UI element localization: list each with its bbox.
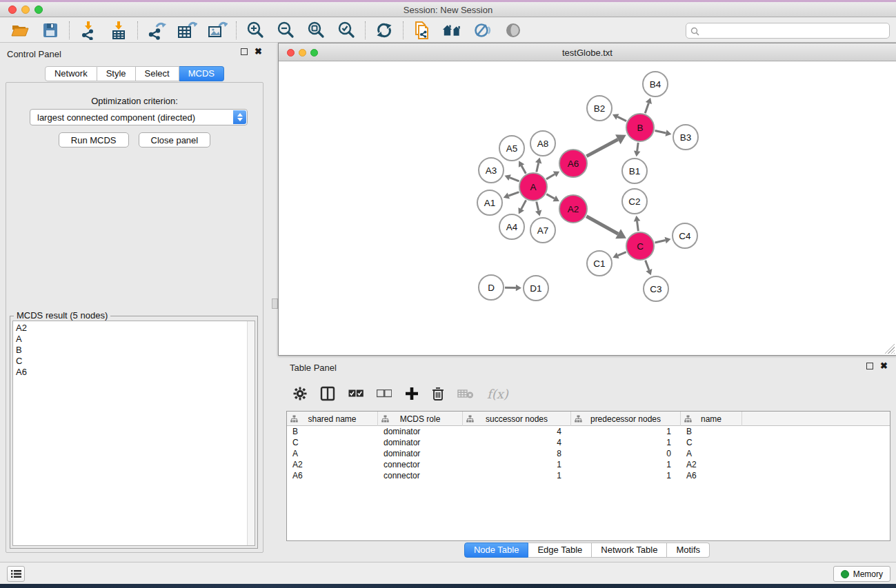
table-cell[interactable]: 1 xyxy=(463,459,571,470)
zoom-selected-icon[interactable] xyxy=(336,20,357,41)
table-cell[interactable]: 1 xyxy=(571,437,681,448)
table-settings-icon[interactable] xyxy=(293,387,307,401)
delete-column-icon[interactable] xyxy=(432,387,444,401)
eye-view-icon[interactable] xyxy=(503,20,524,41)
criterion-dropdown[interactable]: largest connected component (directed) xyxy=(30,109,248,125)
graph-edge-B-B3[interactable] xyxy=(655,131,666,133)
graph-edge-A-A8[interactable] xyxy=(537,163,539,172)
table-row[interactable]: Bdominator41B xyxy=(287,426,890,437)
tab-style[interactable]: Style xyxy=(97,66,136,81)
graph-edge-C-C2[interactable] xyxy=(637,221,639,231)
open-session-icon[interactable] xyxy=(10,20,30,41)
network-overview-icon[interactable] xyxy=(442,20,463,41)
table-cell[interactable]: B xyxy=(681,426,742,437)
export-table-icon[interactable] xyxy=(177,20,197,41)
table-cell[interactable]: 0 xyxy=(571,448,681,459)
graph-edge-A-A1[interactable] xyxy=(508,192,519,196)
close-table-panel-icon[interactable]: ✖ xyxy=(880,363,888,369)
export-network-icon[interactable] xyxy=(146,20,167,41)
tab-mcds[interactable]: MCDS xyxy=(179,66,224,81)
float-panel-icon[interactable] xyxy=(241,48,248,55)
table-cell[interactable]: A6 xyxy=(681,470,742,481)
mcds-result-list[interactable]: A2ABCA6 xyxy=(12,321,255,546)
network-canvas[interactable]: B4B2BB3A5A8A6A3B1AA1C2A2A4A7C4CC1DD1C3 xyxy=(279,61,896,355)
table-cell[interactable]: connector xyxy=(378,470,463,481)
table-cell[interactable]: 1 xyxy=(571,470,681,481)
table-cell[interactable]: 1 xyxy=(571,459,681,470)
mcds-result-item[interactable]: C xyxy=(13,356,246,367)
graph-edge-B-B2[interactable] xyxy=(617,116,626,121)
deselect-all-icon[interactable] xyxy=(377,389,392,398)
network-window-titlebar[interactable]: testGlobe.txt xyxy=(279,43,896,61)
graph-edge-B-B1[interactable] xyxy=(637,143,639,151)
table-cell[interactable]: 1 xyxy=(571,426,681,437)
graph-edge-A6-B[interactable] xyxy=(586,139,617,156)
graph-edge-C-C3[interactable] xyxy=(646,261,649,270)
close-panel-icon[interactable]: ✖ xyxy=(255,48,262,55)
duplicate-network-icon[interactable] xyxy=(412,20,432,41)
import-network-from-file-icon[interactable] xyxy=(78,20,99,41)
graph-edge-A-A5[interactable] xyxy=(521,165,526,173)
table-cell[interactable]: A6 xyxy=(287,470,378,481)
table-cell[interactable]: C xyxy=(287,437,378,448)
graph-edge-C-C1[interactable] xyxy=(618,252,626,256)
panel-splitter-handle[interactable] xyxy=(272,298,278,309)
tab-network[interactable]: Network xyxy=(45,66,97,81)
graph-edge-C-C4[interactable] xyxy=(655,241,665,243)
table-cell[interactable]: B xyxy=(287,426,378,437)
table-cell[interactable]: 8 xyxy=(463,448,571,459)
show-columns-icon[interactable] xyxy=(320,386,335,401)
table-cell[interactable]: A xyxy=(681,448,742,459)
table-row[interactable]: A6connector11A6 xyxy=(287,470,890,481)
graph-edge-A-A2[interactable] xyxy=(546,194,555,199)
mcds-result-item[interactable]: A6 xyxy=(13,367,246,378)
save-session-icon[interactable] xyxy=(40,20,61,41)
table-cell[interactable]: 4 xyxy=(463,437,571,448)
export-image-icon[interactable] xyxy=(207,20,228,41)
column-header-name[interactable]: name xyxy=(681,412,742,426)
graph-edge-B-B4[interactable] xyxy=(645,103,648,113)
graph-edge-A-A4[interactable] xyxy=(521,200,526,209)
graph-edge-A2-C[interactable] xyxy=(586,216,618,234)
graph-edge-A-A7[interactable] xyxy=(537,201,539,210)
memory-button[interactable]: Memory xyxy=(833,566,890,582)
tab-node-table[interactable]: Node Table xyxy=(464,543,529,558)
mcds-result-item[interactable]: A xyxy=(13,334,246,345)
add-column-icon[interactable] xyxy=(405,387,419,401)
table-cell[interactable]: A xyxy=(287,448,378,459)
tab-select[interactable]: Select xyxy=(136,66,179,81)
table-cell[interactable]: dominator xyxy=(378,437,463,448)
close-panel-button[interactable]: Close panel xyxy=(139,132,211,148)
table-cell[interactable]: A2 xyxy=(287,459,378,470)
table-cell[interactable]: C xyxy=(681,437,742,448)
column-header-successor-nodes[interactable]: successor nodes xyxy=(463,412,571,426)
graph-edge-A-A6[interactable] xyxy=(546,174,555,179)
task-history-button[interactable] xyxy=(7,566,25,582)
mcds-result-item[interactable]: B xyxy=(13,345,246,356)
column-header-MCDS-role[interactable]: MCDS role xyxy=(378,412,463,426)
zoom-in-icon[interactable] xyxy=(245,20,266,41)
tab-motifs[interactable]: Motifs xyxy=(667,543,710,558)
graphics-details-icon[interactable] xyxy=(472,20,493,41)
table-row[interactable]: A2connector11A2 xyxy=(287,459,890,470)
column-header-shared-name[interactable]: shared name xyxy=(287,412,378,426)
table-cell[interactable]: connector xyxy=(378,459,463,470)
column-header-predecessor-nodes[interactable]: predecessor nodes xyxy=(571,412,681,426)
import-table-from-file-icon[interactable] xyxy=(108,20,129,41)
graph-edge-A-A3[interactable] xyxy=(510,178,519,181)
run-mcds-button[interactable]: Run MCDS xyxy=(59,132,129,148)
table-row[interactable]: Adominator80A xyxy=(287,448,890,459)
table-cell[interactable]: 1 xyxy=(463,470,571,481)
scrollbar-track[interactable] xyxy=(247,321,255,545)
refresh-icon[interactable] xyxy=(374,20,395,41)
search-input[interactable] xyxy=(686,23,890,39)
zoom-fit-icon[interactable] xyxy=(306,20,326,41)
table-cell[interactable]: dominator xyxy=(378,448,463,459)
tab-network-table[interactable]: Network Table xyxy=(592,543,667,558)
zoom-out-icon[interactable] xyxy=(275,20,296,41)
float-table-panel-icon[interactable] xyxy=(866,363,873,369)
table-cell[interactable]: 4 xyxy=(463,426,571,437)
mcds-result-item[interactable]: A2 xyxy=(13,323,246,334)
table-cell[interactable]: A2 xyxy=(681,459,742,470)
table-row[interactable]: Cdominator41C xyxy=(287,437,890,448)
